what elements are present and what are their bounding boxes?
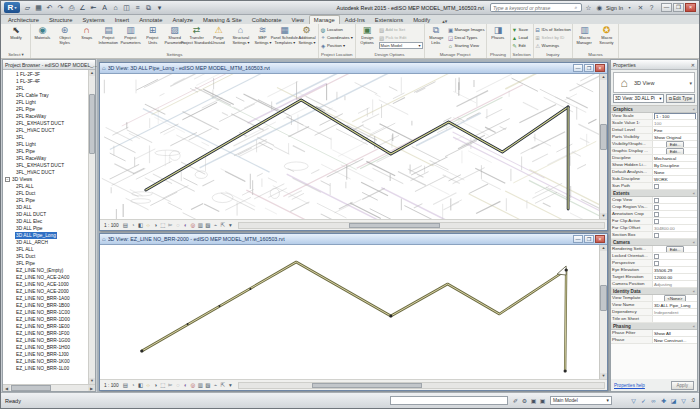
- selection-filter-icon[interactable]: ▽: [679, 397, 688, 404]
- tab-collaborate[interactable]: Collaborate: [247, 15, 287, 24]
- active-design-option-select[interactable]: Main Model▾: [379, 42, 423, 49]
- tree-item-ez-line-no-empty[interactable]: EZ_LINE NO_(Empty): [3, 267, 88, 274]
- chevron-down-icon[interactable]: ▾: [689, 80, 694, 86]
- tree-item-2fl-cable-tray[interactable]: 2FL Cable Tray: [3, 92, 88, 99]
- warnings-button[interactable]: ⚠Warnings: [535, 42, 571, 49]
- property-value[interactable]: Edit...: [653, 148, 697, 154]
- press-drag-icon[interactable]: ✓: [639, 397, 648, 404]
- view-scale-icon[interactable]: ▤: [122, 381, 130, 390]
- view-window-titlebar[interactable]: ⌂ 3D View: 3D ALL Pipe_Long - edISO MEP …: [100, 63, 607, 74]
- analytical-model-icon[interactable]: ⌁: [212, 221, 220, 230]
- search-input[interactable]: [491, 5, 572, 11]
- tree-item-3d-all-pipe-long[interactable]: 3D ALL Pipe_Long: [3, 232, 88, 239]
- scroll-right-icon[interactable]: ▶: [88, 385, 95, 391]
- temporary-hide-isolate-icon[interactable]: ◐: [182, 221, 190, 230]
- tab-architecture[interactable]: Architecture: [3, 15, 44, 24]
- tree-item-3d-views[interactable]: −3D Views: [3, 176, 88, 183]
- editable-only-icon[interactable]: ⚙: [520, 397, 529, 404]
- maximize-button[interactable]: ❐: [584, 235, 594, 243]
- view-scale-icon[interactable]: ▤: [122, 221, 130, 230]
- sign-in-button[interactable]: Sign In: [606, 5, 623, 11]
- analytical-model-icon[interactable]: ⌁: [212, 381, 220, 390]
- tree-item-ez-line-no-ace-2000[interactable]: EZ_LINE NO_ACE-2000: [3, 288, 88, 295]
- view-selector-combo[interactable]: 3D View: 3D ALL Pi ▾: [613, 94, 664, 103]
- property-value[interactable]: Mechanical: [653, 155, 697, 161]
- checkbox[interactable]: [654, 219, 659, 224]
- tab-extensions[interactable]: Extensions: [370, 15, 408, 24]
- vcb-more-icon[interactable]: ▾: [227, 221, 235, 230]
- view-horizontal-scrollbar[interactable]: [238, 222, 605, 229]
- property-value[interactable]: 1 : 100: [653, 113, 697, 119]
- detail-level-icon[interactable]: ◔: [129, 381, 137, 390]
- property-value[interactable]: 35506.29: [653, 267, 697, 273]
- materials-button[interactable]: ◉Materials: [32, 25, 53, 41]
- scrollbar-thumb[interactable]: [600, 285, 607, 311]
- edit-button[interactable]: Edit...: [666, 148, 685, 154]
- position-button[interactable]: ◈Position ▾: [320, 42, 353, 49]
- property-value[interactable]: Show Original: [653, 134, 697, 140]
- visual-style-icon[interactable]: ◧: [137, 381, 145, 390]
- property-value[interactable]: 304800.00: [653, 225, 697, 231]
- reveal-hidden-elements-icon[interactable]: ◎: [189, 221, 197, 230]
- structural-settings-button[interactable]: ⌂StructuralSettings ▾: [230, 25, 251, 45]
- model-canvas[interactable]: [100, 245, 599, 379]
- property-value[interactable]: <None>: [653, 295, 697, 301]
- tree-item-3fl-pipe[interactable]: 3FL Pipe: [3, 260, 88, 267]
- property-value[interactable]: 12000.00: [653, 274, 697, 280]
- edit-button[interactable]: <None>: [664, 295, 687, 301]
- properties-help-link[interactable]: Properties help: [614, 383, 645, 388]
- tree-item-2fl[interactable]: 2FL: [3, 85, 88, 92]
- tree-item-ez-line-no-brr-1h00[interactable]: EZ_LINE NO_BRR-1H00: [3, 344, 88, 351]
- displacement-sets-icon[interactable]: ⇱: [219, 221, 227, 230]
- type-selector-preview[interactable]: ⌂ 3D View ▾: [613, 72, 695, 93]
- load-button[interactable]: ▲Load: [512, 34, 529, 41]
- select-pinned-icon[interactable]: ✚: [659, 397, 668, 404]
- view-scale-button[interactable]: 1 : 100: [102, 383, 121, 388]
- visual-style-icon[interactable]: ◧: [137, 221, 145, 230]
- manage-images-button[interactable]: ▣Manage Images: [448, 26, 485, 33]
- property-value[interactable]: [653, 183, 697, 189]
- property-value[interactable]: WORK: [653, 176, 697, 182]
- tab-annotate[interactable]: Annotate: [134, 15, 167, 24]
- tree-item-ez-line-no-brr-1f00[interactable]: EZ_LINE NO_BRR-1F00: [3, 330, 88, 337]
- select-links-icon[interactable]: ∞: [649, 398, 658, 404]
- worksharing-display-icon[interactable]: ▥: [197, 381, 205, 390]
- view-scale-button[interactable]: 1 : 100: [102, 223, 121, 228]
- object-styles-button[interactable]: ⊛ObjectStyles: [54, 25, 75, 45]
- tree-item-3fl-raceway[interactable]: 3FL RaceWay: [3, 155, 88, 162]
- tree-item-3fl-hvac-duct[interactable]: 3FL_HVAC DUCT: [3, 169, 88, 176]
- properties-header[interactable]: Properties ✕: [611, 60, 697, 70]
- property-value[interactable]: [653, 232, 697, 238]
- tree-item-2fl-raceway[interactable]: 2FL RaceWay: [3, 113, 88, 120]
- tree-item-ez-line-no-brr-1d00[interactable]: EZ_LINE NO_BRR-1D00: [3, 316, 88, 323]
- phases-button[interactable]: ◨Phases: [488, 25, 509, 41]
- tab-analyze[interactable]: Analyze: [167, 15, 198, 24]
- checkbox[interactable]: [654, 184, 659, 189]
- measure-icon[interactable]: ∠: [77, 2, 88, 13]
- shadows-icon[interactable]: ◑: [152, 381, 160, 390]
- tree-item-2fl-exhaust-duct[interactable]: 2FL_EXHAUST DUCT: [3, 120, 88, 127]
- default-3d-view-icon[interactable]: ⌂: [110, 2, 121, 13]
- tree-item-ez-line-no-brr-1b00[interactable]: EZ_LINE NO_BRR-1B00: [3, 302, 88, 309]
- tree-item-2fl-all[interactable]: 2FL ALL: [3, 183, 88, 190]
- qat-customize-icon[interactable]: ▾: [154, 2, 165, 13]
- tree-item-ez-line-no-brr-1e00[interactable]: EZ_LINE NO_BRR-1E00: [3, 323, 88, 330]
- lock-3d-view-icon[interactable]: ◌: [174, 221, 182, 230]
- scrollbar-thumb[interactable]: [11, 385, 51, 391]
- checkbox[interactable]: [654, 205, 659, 210]
- apply-button[interactable]: Apply: [671, 381, 695, 390]
- scroll-down-icon[interactable]: ▼: [600, 373, 607, 379]
- property-value[interactable]: New Construct...: [653, 337, 697, 343]
- snaps-button[interactable]: ∩Snaps: [76, 25, 97, 41]
- worksets-icon[interactable]: ✐: [511, 397, 520, 404]
- tree-item-ez-line-no-brr-1a00[interactable]: EZ_LINE NO_BRR-1A00: [3, 295, 88, 302]
- tab-manage[interactable]: Manage: [309, 15, 340, 24]
- tree-item-1-fl-3f-4f[interactable]: 1 FL-3F-4F: [3, 78, 88, 85]
- undo-icon[interactable]: ↶: [44, 2, 55, 13]
- tree-item-ez-line-no-brr-1j00[interactable]: EZ_LINE NO_BRR-1J00: [3, 351, 88, 358]
- tree-item-ez-line-no-ace-1000[interactable]: EZ_LINE NO_ACE-1000: [3, 281, 88, 288]
- additional-settings-button[interactable]: ⚙AdditionalSettings ▾: [296, 25, 317, 45]
- tree-item-3fl-duct[interactable]: 3FL Duct: [3, 253, 88, 260]
- edit-button[interactable]: Edit...: [666, 141, 685, 147]
- redo-icon[interactable]: ↷: [55, 2, 66, 13]
